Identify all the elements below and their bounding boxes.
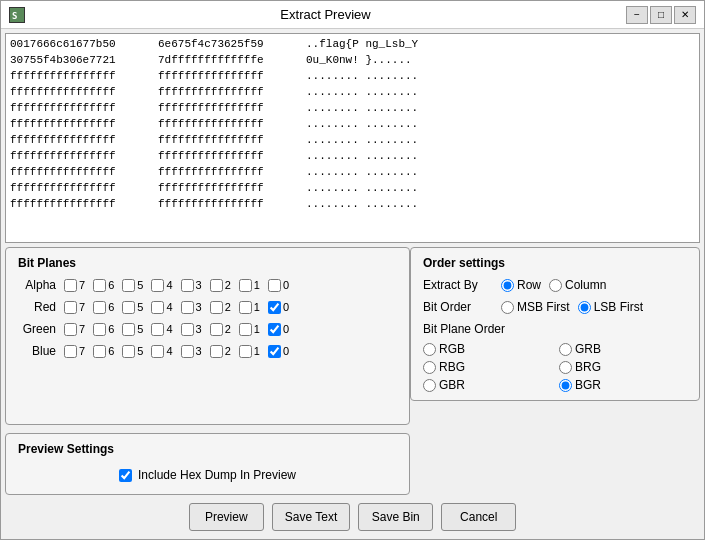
bit-check-alpha-5[interactable]: 5 [122,279,143,292]
bit-check-red-5[interactable]: 5 [122,301,143,314]
bit-check-red-6[interactable]: 6 [93,301,114,314]
checkbox-alpha-2[interactable] [210,279,223,292]
checkbox-label-alpha-2: 2 [225,279,231,291]
checkbox-alpha-1[interactable] [239,279,252,292]
msb-first-option[interactable]: MSB First [501,300,570,314]
checkbox-red-4[interactable] [151,301,164,314]
checkbox-green-2[interactable] [210,323,223,336]
preview-area[interactable]: 0017666c61677b506e675f4c73625f59..flag{P… [5,33,700,243]
bit-check-blue-2[interactable]: 2 [210,345,231,358]
checkbox-red-5[interactable] [122,301,135,314]
checkbox-red-3[interactable] [181,301,194,314]
checkbox-green-5[interactable] [122,323,135,336]
bit-check-blue-0[interactable]: 0 [268,345,289,358]
bit-check-red-0[interactable]: 0 [268,301,289,314]
checkbox-alpha-5[interactable] [122,279,135,292]
close-button[interactable]: ✕ [674,6,696,24]
save-text-button[interactable]: Save Text [272,503,350,531]
bpo-option-brg[interactable]: BRG [559,360,687,374]
bpo-radio-brg[interactable] [559,361,572,374]
minimize-button[interactable]: − [626,6,648,24]
extract-by-row-option[interactable]: Row [501,278,541,292]
checkbox-red-1[interactable] [239,301,252,314]
checkbox-blue-5[interactable] [122,345,135,358]
ascii-col: ........ ........ [306,100,418,116]
bit-check-blue-3[interactable]: 3 [181,345,202,358]
bit-check-red-1[interactable]: 1 [239,301,260,314]
ascii-col: ........ ........ [306,196,418,212]
bit-check-blue-1[interactable]: 1 [239,345,260,358]
bit-check-green-6[interactable]: 6 [93,323,114,336]
checkbox-blue-6[interactable] [93,345,106,358]
bpo-radio-rgb[interactable] [423,343,436,356]
checkbox-green-3[interactable] [181,323,194,336]
checkbox-alpha-7[interactable] [64,279,77,292]
bpo-option-grb[interactable]: GRB [559,342,687,356]
bit-check-alpha-1[interactable]: 1 [239,279,260,292]
lsb-first-option[interactable]: LSB First [578,300,643,314]
checkbox-alpha-3[interactable] [181,279,194,292]
bit-check-blue-7[interactable]: 7 [64,345,85,358]
bit-check-blue-5[interactable]: 5 [122,345,143,358]
bit-check-green-7[interactable]: 7 [64,323,85,336]
bpo-option-gbr[interactable]: GBR [423,378,551,392]
bit-check-alpha-4[interactable]: 4 [151,279,172,292]
checkbox-blue-0[interactable] [268,345,281,358]
checkbox-green-4[interactable] [151,323,164,336]
checkbox-red-0[interactable] [268,301,281,314]
bit-check-green-4[interactable]: 4 [151,323,172,336]
bpo-option-rgb[interactable]: RGB [423,342,551,356]
preview-button[interactable]: Preview [189,503,264,531]
checkbox-alpha-4[interactable] [151,279,164,292]
bit-check-alpha-0[interactable]: 0 [268,279,289,292]
bit-check-alpha-7[interactable]: 7 [64,279,85,292]
bit-check-red-4[interactable]: 4 [151,301,172,314]
checkbox-blue-4[interactable] [151,345,164,358]
bit-check-red-2[interactable]: 2 [210,301,231,314]
bit-check-alpha-3[interactable]: 3 [181,279,202,292]
bit-check-red-3[interactable]: 3 [181,301,202,314]
save-bin-button[interactable]: Save Bin [358,503,433,531]
bit-check-alpha-6[interactable]: 6 [93,279,114,292]
bit-check-blue-4[interactable]: 4 [151,345,172,358]
checkbox-alpha-6[interactable] [93,279,106,292]
checkbox-red-6[interactable] [93,301,106,314]
checkbox-red-7[interactable] [64,301,77,314]
checkbox-green-0[interactable] [268,323,281,336]
checkbox-blue-7[interactable] [64,345,77,358]
bit-check-green-1[interactable]: 1 [239,323,260,336]
maximize-button[interactable]: □ [650,6,672,24]
extract-by-column-option[interactable]: Column [549,278,606,292]
hex-dump-checkbox[interactable] [119,469,132,482]
bit-check-green-5[interactable]: 5 [122,323,143,336]
bpo-option-rbg[interactable]: RBG [423,360,551,374]
bit-check-blue-6[interactable]: 6 [93,345,114,358]
checkbox-green-7[interactable] [64,323,77,336]
msb-first-radio[interactable] [501,301,514,314]
bit-plane-row-red: Red76543210 [18,300,397,314]
bit-check-red-7[interactable]: 7 [64,301,85,314]
extract-by-row-radio[interactable] [501,279,514,292]
cancel-button[interactable]: Cancel [441,503,516,531]
bpo-radio-gbr[interactable] [423,379,436,392]
checkbox-green-1[interactable] [239,323,252,336]
bpo-radio-rbg[interactable] [423,361,436,374]
checkbox-blue-3[interactable] [181,345,194,358]
checkbox-blue-1[interactable] [239,345,252,358]
bit-check-green-2[interactable]: 2 [210,323,231,336]
checkbox-red-2[interactable] [210,301,223,314]
checkbox-alpha-0[interactable] [268,279,281,292]
extract-by-column-radio[interactable] [549,279,562,292]
bit-check-green-3[interactable]: 3 [181,323,202,336]
lsb-first-radio[interactable] [578,301,591,314]
checkbox-label-blue-0: 0 [283,345,289,357]
bpo-radio-bgr[interactable] [559,379,572,392]
bit-check-alpha-2[interactable]: 2 [210,279,231,292]
extract-by-options: Row Column [501,278,606,292]
bit-check-green-0[interactable]: 0 [268,323,289,336]
hex-col-2: 6e675f4c73625f59 [158,36,298,52]
checkbox-blue-2[interactable] [210,345,223,358]
bpo-radio-grb[interactable] [559,343,572,356]
bpo-option-bgr[interactable]: BGR [559,378,687,392]
checkbox-green-6[interactable] [93,323,106,336]
